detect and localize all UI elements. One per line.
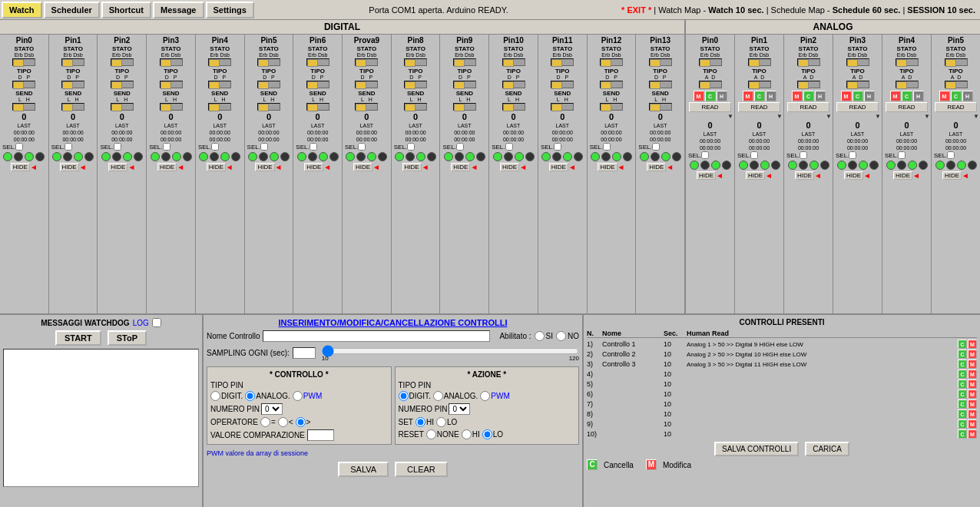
cancella-btn[interactable]: C <box>958 389 967 399</box>
modifica-btn[interactable]: M <box>968 350 977 359</box>
sel-checkbox[interactable] <box>456 143 464 151</box>
sel-checkbox[interactable] <box>947 151 955 159</box>
sel-checkbox[interactable] <box>15 143 23 151</box>
pin-dot[interactable] <box>161 152 171 161</box>
cancella-btn[interactable]: C <box>958 350 967 359</box>
pin-dot[interactable] <box>123 152 132 161</box>
pin-dot[interactable] <box>220 152 230 161</box>
pin-dot[interactable] <box>172 152 181 161</box>
sel-checkbox[interactable] <box>310 143 317 151</box>
cancella-btn[interactable]: C <box>958 409 967 419</box>
pin-dot[interactable] <box>897 161 906 170</box>
pin-dot[interactable] <box>455 152 464 161</box>
cancella-btn[interactable]: C <box>958 429 967 439</box>
pin-dot[interactable] <box>640 152 649 161</box>
log-link[interactable]: LOG <box>133 319 149 327</box>
pin-dot[interactable] <box>329 152 339 161</box>
exit-link[interactable]: * EXIT * <box>621 5 651 15</box>
hide-button[interactable]: HIDE <box>697 171 716 180</box>
pin-dot[interactable] <box>465 152 475 161</box>
mch-btn-m[interactable]: M <box>792 91 803 101</box>
reset-hi-radio[interactable] <box>462 429 472 439</box>
modifica-btn[interactable]: M <box>968 409 977 419</box>
hide-button[interactable]: HIDE <box>549 163 568 171</box>
hide-button[interactable]: HIDE <box>353 163 372 171</box>
pin-dot[interactable] <box>574 152 583 161</box>
abilitato-si-radio[interactable] <box>535 331 545 341</box>
modifica-btn[interactable]: M <box>968 429 977 439</box>
pin-dot[interactable] <box>395 152 404 161</box>
sel-checkbox[interactable] <box>114 143 121 151</box>
modifica-btn[interactable]: M <box>968 379 977 389</box>
pin-dot[interactable] <box>848 161 857 170</box>
pin-dot[interactable] <box>591 152 600 161</box>
pin-dot[interactable] <box>837 161 846 170</box>
sel-checkbox[interactable] <box>163 143 171 151</box>
pin-dot[interactable] <box>14 152 23 161</box>
modifica-btn[interactable]: M <box>968 399 977 409</box>
pin-dot[interactable] <box>183 152 192 161</box>
pin-dot[interactable] <box>760 161 770 170</box>
set-hi-radio[interactable] <box>416 417 425 427</box>
pin-dot[interactable] <box>750 161 759 170</box>
pin-dot[interactable] <box>504 152 513 161</box>
pin-dot[interactable] <box>601 152 611 161</box>
pin-dot[interactable] <box>427 152 436 161</box>
hide-button[interactable]: HIDE <box>60 163 79 171</box>
cancella-btn[interactable]: C <box>958 360 967 369</box>
mch-btn-h[interactable]: H <box>913 91 924 101</box>
pin-dot[interactable] <box>74 152 83 161</box>
mch-btn-m[interactable]: M <box>743 91 753 101</box>
abilitato-no-radio[interactable] <box>556 331 566 341</box>
op-eq[interactable] <box>260 417 270 427</box>
mch-btn-h[interactable]: H <box>766 91 776 101</box>
hide-button[interactable]: HIDE <box>304 163 323 171</box>
pin-dot[interactable] <box>280 152 290 161</box>
pin-dot[interactable] <box>935 161 945 170</box>
sel-checkbox[interactable] <box>800 151 807 159</box>
session-link[interactable]: SESSION 10 sec. <box>907 5 975 15</box>
pin-dot[interactable] <box>406 152 415 161</box>
pin-dot[interactable] <box>270 152 279 161</box>
nav-message[interactable]: Message <box>153 2 204 18</box>
mch-btn-c[interactable]: C <box>951 91 962 101</box>
hide-button[interactable]: HIDE <box>942 171 962 180</box>
start-button[interactable]: START <box>55 330 101 346</box>
hide-button[interactable]: HIDE <box>207 163 226 171</box>
cancella-btn[interactable]: C <box>958 419 967 429</box>
pin-dot[interactable] <box>378 152 387 161</box>
set-lo-radio[interactable] <box>436 417 446 427</box>
op-lt[interactable] <box>278 417 288 427</box>
pin-dot[interactable] <box>112 152 121 161</box>
pin-dot[interactable] <box>820 161 829 170</box>
pin-dot[interactable] <box>711 161 720 170</box>
nome-input[interactable] <box>263 330 490 342</box>
mch-btn-c[interactable]: C <box>754 91 765 101</box>
pin-dot[interactable] <box>210 152 219 161</box>
pin-dot[interactable] <box>259 152 268 161</box>
sel-checkbox[interactable] <box>407 143 415 151</box>
pin-dot[interactable] <box>297 152 306 161</box>
pin-dot[interactable] <box>623 152 632 161</box>
pin-dot[interactable] <box>199 152 208 161</box>
pin-dot[interactable] <box>908 161 917 170</box>
sel-checkbox[interactable] <box>603 143 611 151</box>
ctrl-pin-select[interactable]: 0123 <box>261 403 283 415</box>
pin-dot[interactable] <box>319 152 328 161</box>
az-analog-radio[interactable] <box>433 391 443 401</box>
pin-dot[interactable] <box>946 161 955 170</box>
hide-button[interactable]: HIDE <box>598 163 617 171</box>
sel-checkbox[interactable] <box>65 143 72 151</box>
mch-btn-c[interactable]: C <box>803 91 814 101</box>
pin-dot[interactable] <box>476 152 485 161</box>
reset-lo-radio[interactable] <box>482 429 492 439</box>
read-button[interactable]: READ <box>836 102 879 112</box>
nav-watch[interactable]: Watch <box>2 2 42 18</box>
read-button[interactable]: READ <box>935 102 977 112</box>
mch-btn-c[interactable]: C <box>853 91 863 101</box>
mch-btn-h[interactable]: H <box>864 91 875 101</box>
cancella-btn[interactable]: C <box>958 369 967 379</box>
pin-dot[interactable] <box>651 152 660 161</box>
pin-dot[interactable] <box>52 152 61 161</box>
pin-dot[interactable] <box>367 152 376 161</box>
